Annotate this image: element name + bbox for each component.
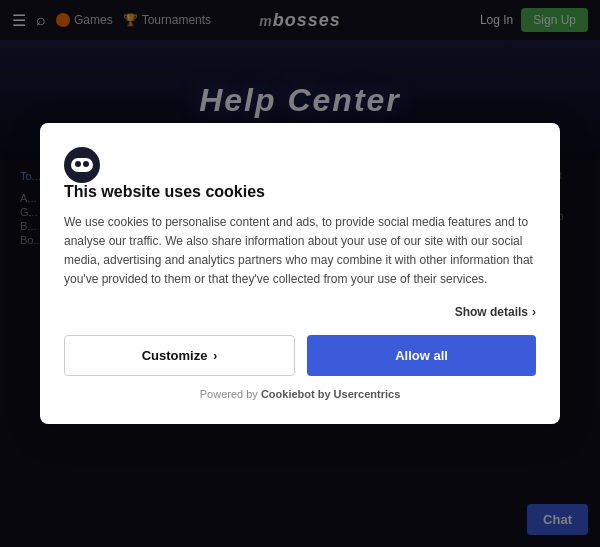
cookiebot-brand-link[interactable]: Cookiebot by Usercentrics	[261, 388, 400, 400]
show-details-chevron-icon: ›	[532, 305, 536, 319]
cookie-modal-overlay: This website uses cookies We use cookies…	[0, 0, 600, 547]
customize-chevron-icon: ›	[213, 349, 217, 363]
show-details-label: Show details	[455, 305, 528, 319]
cookie-modal-body: We use cookies to personalise content an…	[64, 213, 536, 290]
cookie-powered-by: Powered by Cookiebot by Usercentrics	[64, 388, 536, 400]
cookie-modal-title: This website uses cookies	[64, 183, 536, 201]
cookie-modal: This website uses cookies We use cookies…	[40, 123, 560, 425]
customize-button[interactable]: Customize ›	[64, 335, 295, 376]
allow-all-button[interactable]: Allow all	[307, 335, 536, 376]
cookiebot-logo-face	[71, 158, 93, 172]
cookie-modal-buttons: Customize › Allow all	[64, 335, 536, 376]
cookiebot-logo	[64, 147, 100, 183]
show-details-link[interactable]: Show details ›	[64, 305, 536, 319]
